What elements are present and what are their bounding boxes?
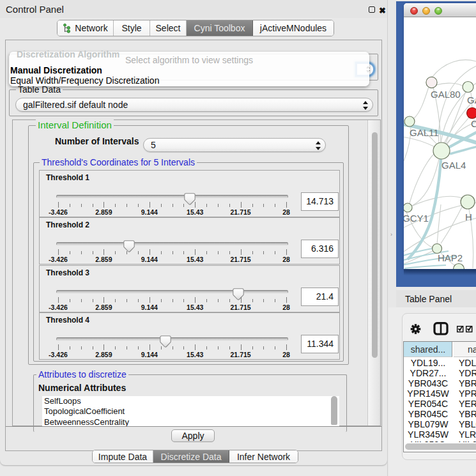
svg-text:GAL80: GAL80 — [431, 89, 461, 100]
svg-text:GAL11: GAL11 — [410, 127, 439, 138]
svg-text:C: C — [471, 118, 476, 129]
svg-text:GA: GA — [467, 95, 476, 105]
svg-text:GCY1: GCY1 — [404, 213, 429, 224]
svg-text:H: H — [465, 211, 472, 222]
svg-text:GAL4: GAL4 — [441, 160, 466, 171]
svg-text:HAP2: HAP2 — [438, 252, 463, 263]
